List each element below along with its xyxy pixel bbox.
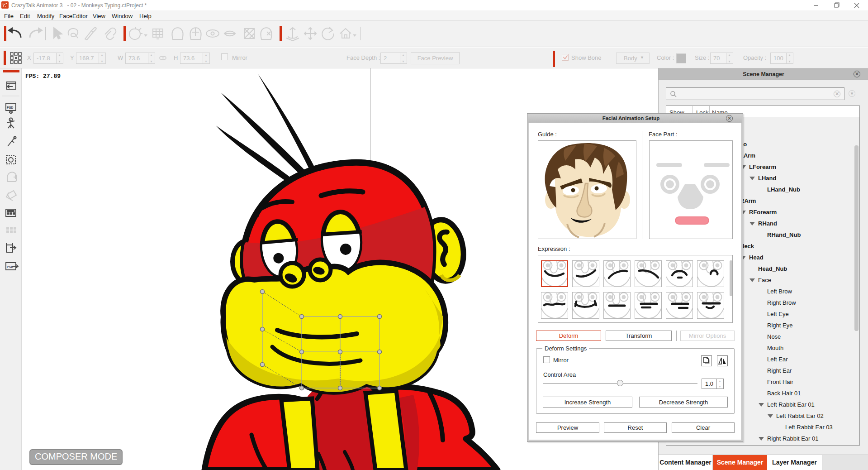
svg-text:PSD: PSD — [7, 265, 13, 269]
svg-text:PSD: PSD — [7, 106, 13, 109]
